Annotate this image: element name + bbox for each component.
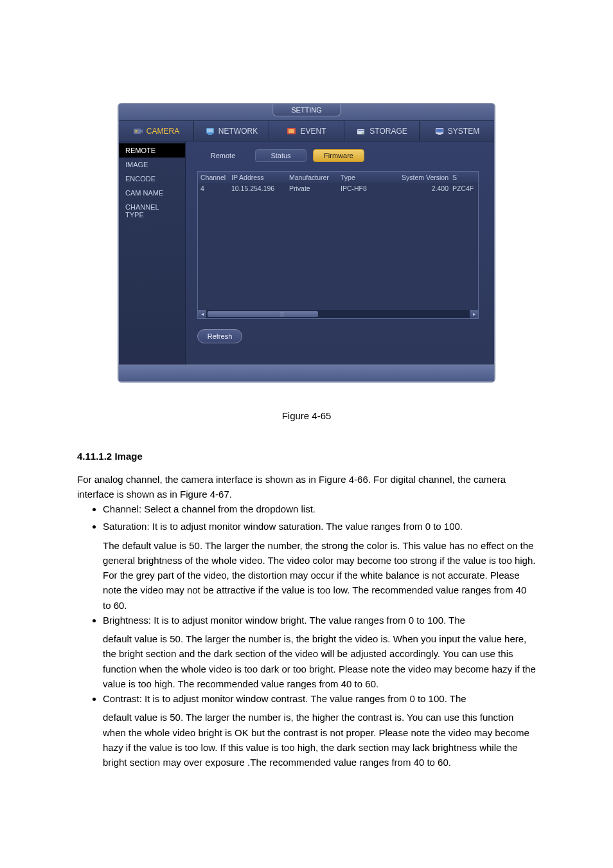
nav-event[interactable]: EVENT (269, 121, 344, 141)
col-channel: Channel (200, 174, 231, 181)
titlebar: SETTING (119, 104, 494, 121)
nav-label: CAMERA (147, 127, 179, 136)
sidebar-item-encode[interactable]: ENCODE (119, 172, 185, 186)
section-heading: 4.11.1.2 Image (77, 449, 536, 464)
figure-label: Figure 4-65 (77, 408, 536, 423)
cell-type: IPC-HF8 (341, 185, 398, 192)
cell-sn: PZC4F (452, 185, 478, 192)
col-ip: IP Address (231, 174, 289, 181)
svg-rect-3 (207, 129, 213, 132)
nav-label: SYSTEM (448, 127, 479, 136)
bullet-brightness-body: default value is 50. The larger the numb… (103, 631, 536, 691)
cell-ip: 10.15.254.196 (231, 185, 289, 192)
main-panel: Remote Status Firmware Channel IP Addres… (186, 141, 494, 365)
refresh-button[interactable]: Refresh (197, 329, 242, 343)
subtab-firmware[interactable]: Firmware (313, 149, 364, 162)
subtabs: Remote Status Firmware (197, 149, 494, 162)
col-type: Type (341, 174, 398, 181)
nav-storage[interactable]: STORAGE (344, 121, 420, 141)
svg-rect-12 (438, 134, 441, 135)
svg-point-9 (362, 132, 364, 134)
bullet-brightness-head: Brightness: It is to adjust monitor wind… (103, 613, 536, 628)
scroll-grip-icon (280, 312, 284, 316)
storage-icon (356, 127, 366, 136)
cell-sv: 2.400 (398, 185, 452, 192)
camera-icon (133, 127, 143, 136)
network-icon (205, 127, 215, 136)
h-scrollbar[interactable]: ◂ ▸ (198, 310, 478, 318)
sidebar: REMOTE IMAGE ENCODE CAM NAME CHANNEL TYP… (119, 141, 186, 365)
nav-network[interactable]: NETWORK (194, 121, 269, 141)
scroll-left-icon[interactable]: ◂ (198, 310, 206, 318)
svg-rect-4 (208, 134, 212, 135)
scroll-track[interactable] (206, 310, 470, 318)
table-header: Channel IP Address Manufacturer Type Sys… (198, 172, 478, 183)
nav-camera[interactable]: CAMERA (119, 121, 194, 141)
subtab-status[interactable]: Status (255, 149, 306, 162)
subtab-remote[interactable]: Remote (197, 149, 249, 162)
scroll-right-icon[interactable]: ▸ (470, 310, 478, 318)
table-row[interactable]: 4 10.15.254.196 Private IPC-HF8 2.400 PZ… (198, 183, 478, 194)
bullet-contrast-head: Contrast: It is to adjust monitor window… (103, 691, 536, 706)
svg-point-1 (135, 130, 138, 132)
top-nav: CAMERA NETWORK EVENT STORAGE (119, 121, 494, 141)
system-icon (434, 127, 445, 136)
document-text: Figure 4-65 4.11.1.2 Image For analog ch… (77, 408, 536, 770)
svg-rect-6 (289, 129, 294, 133)
col-sn: S (452, 174, 478, 181)
cell-channel: 4 (200, 185, 231, 192)
bullet-contrast-body: default value is 50. The larger the numb… (103, 710, 536, 770)
bullet-channel: Channel: Select a channel from the dropd… (103, 502, 536, 516)
nav-system[interactable]: SYSTEM (420, 121, 494, 141)
nav-label: NETWORK (218, 127, 258, 136)
intro-paragraph: For analog channel, the camera interface… (77, 472, 536, 502)
sidebar-item-camname[interactable]: CAM NAME (119, 186, 185, 200)
nav-label: STORAGE (369, 127, 407, 136)
settings-dialog: SETTING CAMERA NETWORK EVENT (118, 103, 495, 383)
svg-rect-11 (436, 129, 443, 132)
cell-mfg: Private (289, 185, 341, 192)
event-icon (287, 127, 297, 136)
bullet-saturation-head: Saturation: It is to adjust monitor wind… (103, 519, 536, 534)
dialog-footer (119, 365, 494, 381)
svg-rect-8 (358, 130, 364, 131)
col-sv: System Version (398, 174, 452, 181)
dialog-title: SETTING (272, 104, 341, 116)
scroll-thumb[interactable] (208, 311, 318, 317)
firmware-table: Channel IP Address Manufacturer Type Sys… (197, 171, 479, 319)
sidebar-item-channeltype[interactable]: CHANNEL TYPE (119, 200, 185, 222)
sidebar-item-image[interactable]: IMAGE (119, 158, 185, 172)
col-mfg: Manufacturer (289, 174, 341, 181)
sidebar-item-remote[interactable]: REMOTE (119, 143, 185, 158)
nav-label: EVENT (300, 127, 326, 136)
bullet-saturation-body: The default value is 50. The larger the … (103, 538, 536, 613)
